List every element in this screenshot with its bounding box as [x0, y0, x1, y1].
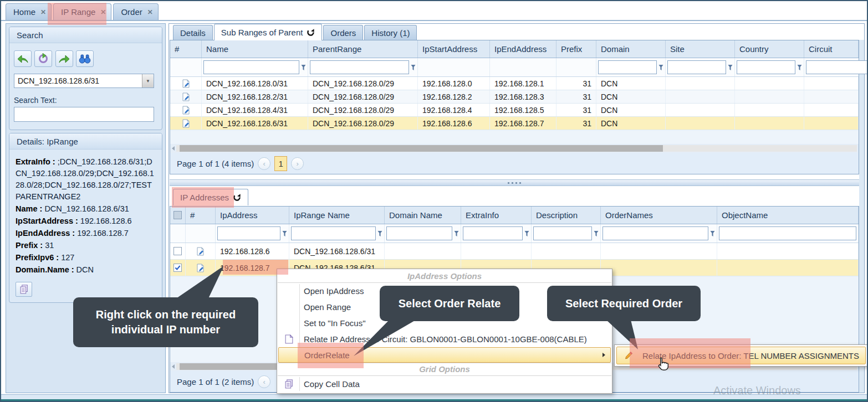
filter-icon[interactable] — [282, 230, 287, 237]
column-header[interactable]: Country — [735, 40, 804, 58]
filter-input-name[interactable] — [203, 60, 299, 74]
menu-item-order-relate[interactable]: OrderRelate — [278, 347, 611, 363]
filter-icon[interactable] — [301, 64, 306, 71]
open-record-icon[interactable] — [196, 247, 205, 256]
select-all-checkbox[interactable] — [173, 211, 182, 219]
refresh-icon[interactable] — [307, 28, 315, 37]
filter-input-parentrange[interactable] — [310, 60, 409, 74]
detail-field: PrefixIpv6127 — [16, 252, 156, 264]
column-header[interactable]: Name — [202, 40, 308, 58]
column-header[interactable]: Domain Name — [385, 207, 461, 224]
pane-splitter[interactable] — [170, 179, 859, 186]
copy-details-button[interactable] — [16, 282, 32, 297]
open-record-icon[interactable] — [182, 92, 190, 101]
filter-input-iprange-name[interactable] — [291, 226, 376, 240]
find-button[interactable] — [76, 50, 94, 67]
back-button[interactable] — [14, 50, 32, 67]
refresh-icon[interactable] — [233, 193, 241, 202]
column-header[interactable]: ExtraInfo — [461, 207, 532, 224]
column-header[interactable]: IpAddress — [216, 207, 289, 224]
combo-dropdown-button[interactable]: ▼ — [142, 74, 154, 87]
tab-home[interactable]: Home ✕ — [6, 3, 52, 20]
range-combo-input[interactable] — [14, 74, 142, 87]
tab-sub-ranges-of-parent[interactable]: Sub Ranges of Parent — [214, 24, 323, 40]
column-header[interactable]: Description — [532, 207, 601, 224]
filter-input-description[interactable] — [533, 226, 592, 240]
filter-icon[interactable] — [658, 64, 663, 71]
filter-icon[interactable] — [728, 64, 733, 71]
open-record-icon[interactable] — [196, 264, 205, 272]
column-header[interactable]: ObjectName — [717, 207, 859, 224]
column-header[interactable]: Domain — [596, 40, 666, 58]
row-checkbox-checked[interactable] — [173, 264, 182, 272]
filter-input-country[interactable] — [737, 60, 795, 74]
page-number-button[interactable]: 1 — [274, 156, 287, 171]
open-record-icon[interactable] — [182, 119, 190, 128]
filter-icon[interactable] — [524, 230, 529, 237]
vertical-scroll-area — [859, 40, 864, 393]
filter-icon[interactable] — [377, 230, 382, 237]
scrollbar-thumb[interactable] — [180, 145, 663, 152]
horizontal-scrollbar[interactable] — [170, 144, 859, 153]
tab-close-icon[interactable]: ✕ — [100, 8, 106, 16]
tab-ip-addresses[interactable]: IP Addresses — [173, 189, 248, 205]
tab-orders[interactable]: Orders — [323, 25, 363, 40]
filter-input-domain-name[interactable] — [386, 226, 452, 240]
column-header[interactable]: Prefix — [556, 40, 596, 58]
filter-icon[interactable] — [411, 64, 416, 71]
filter-input-objectname[interactable] — [719, 226, 856, 240]
column-header[interactable]: IpEndAddress — [490, 40, 556, 58]
menu-item-relate-ip-to-circuit[interactable]: Relate IP Address to Circuit: GBLON0001-… — [277, 331, 612, 347]
column-header[interactable]: Site — [666, 40, 735, 58]
column-header[interactable]: OrderNames — [601, 207, 717, 224]
scroll-left-icon[interactable] — [172, 146, 175, 151]
filter-input-circuit[interactable] — [806, 60, 868, 74]
order-relate-submenu: Relate IpAddress to Order: TEL NUMBER AS… — [614, 344, 868, 367]
column-header[interactable]: Circuit — [804, 40, 859, 58]
refresh-history-button[interactable] — [34, 50, 52, 67]
filter-icon[interactable] — [797, 64, 802, 71]
tab-order[interactable]: Order ✕ — [113, 3, 158, 20]
column-header[interactable]: # — [186, 207, 216, 224]
filter-input-extrainfo[interactable] — [463, 226, 523, 240]
table-row[interactable]: DCN_192.168.128.2/31 DCN_192.168.128.0/2… — [170, 90, 859, 104]
column-header[interactable]: ParentRange — [308, 40, 418, 58]
check-icon — [175, 265, 181, 271]
tab-order-label: Order — [121, 7, 142, 17]
filter-input-site[interactable] — [667, 60, 726, 74]
tab-details[interactable]: Details — [173, 25, 213, 40]
menu-item-copy-cell-data[interactable]: Copy Cell Data — [277, 376, 612, 392]
menu-item-relate-ipaddress-to-order[interactable]: Relate IpAddress to Order: TEL NUMBER AS… — [616, 347, 866, 364]
table-row[interactable]: DCN_192.168.128.0/31 DCN_192.168.128.0/2… — [170, 77, 859, 90]
open-record-icon[interactable] — [182, 106, 190, 115]
tab-close-icon[interactable]: ✕ — [40, 8, 46, 16]
column-header[interactable]: # — [170, 40, 202, 58]
bottom-edge — [1, 399, 867, 401]
open-record-icon[interactable] — [182, 79, 190, 88]
tab-close-icon[interactable]: ✕ — [147, 8, 153, 16]
table-row[interactable]: DCN_192.168.128.4/31 DCN_192.168.128.0/2… — [170, 104, 859, 117]
filter-icon[interactable] — [454, 230, 459, 237]
prev-page-button[interactable]: ‹ — [258, 375, 270, 388]
detail-field: Domain.NameDCN — [16, 264, 156, 276]
column-header[interactable]: IpRange Name — [289, 207, 385, 224]
next-page-button[interactable]: › — [291, 157, 304, 170]
search-text-input[interactable] — [14, 107, 154, 122]
filter-input-ipaddress[interactable] — [217, 226, 280, 240]
tab-ip-range[interactable]: IP Range ✕ — [53, 3, 111, 20]
pager-label: Page 1 of 1 (2 items) — [177, 377, 254, 386]
table-row-selected[interactable]: DCN_192.168.128.6/31 DCN_192.168.128.0/2… — [170, 117, 859, 130]
filter-icon[interactable] — [594, 230, 599, 237]
forward-button[interactable] — [55, 50, 73, 67]
table-row[interactable]: 192.168.128.6 DCN_192.168.128.6/31 — [170, 243, 859, 260]
row-checkbox-unchecked[interactable] — [173, 247, 182, 255]
tab-history[interactable]: History (1) — [364, 25, 417, 40]
prev-page-button[interactable]: ‹ — [258, 157, 270, 170]
detail-field: NameDCN_192.168.128.6/31 — [16, 203, 156, 215]
filter-icon[interactable] — [710, 230, 715, 237]
scroll-left-icon[interactable] — [172, 364, 175, 369]
filter-input-ordernames[interactable] — [603, 226, 708, 240]
column-header[interactable]: IpStartAddress — [418, 40, 490, 58]
detail-field: IpEndAddress192.168.128.7 — [16, 228, 156, 239]
filter-input-domain[interactable] — [598, 60, 657, 74]
